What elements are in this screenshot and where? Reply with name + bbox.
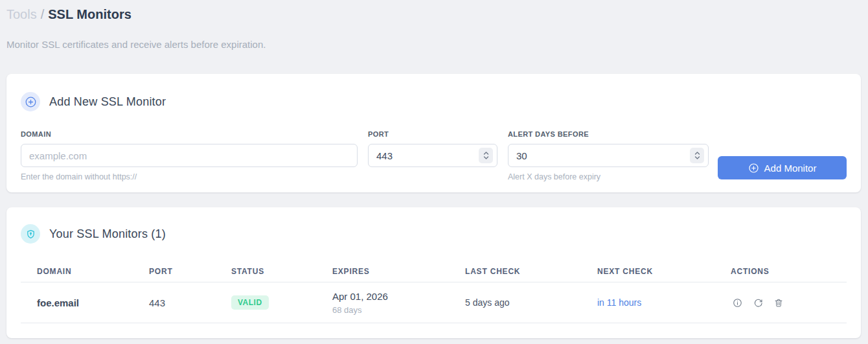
add-monitor-button-label: Add Monitor	[764, 163, 817, 174]
port-stepper[interactable]	[479, 148, 493, 163]
table-row: foe.email 443 VALID Apr 01, 2026 68 days…	[21, 282, 847, 323]
domain-field: DOMAIN Enter the domain without https://	[21, 130, 358, 182]
col-header-domain: DOMAIN	[37, 267, 149, 276]
col-header-last-check: LAST CHECK	[465, 267, 597, 276]
port-label: PORT	[368, 130, 497, 139]
breadcrumb-separator: /	[41, 7, 45, 21]
refresh-button[interactable]	[753, 298, 763, 308]
domain-input[interactable]	[21, 144, 358, 167]
col-header-actions: ACTIONS	[731, 267, 847, 276]
breadcrumb: Tools/SSL Monitors	[0, 0, 868, 23]
add-monitor-title: Add New SSL Monitor	[49, 95, 166, 109]
alert-days-label: ALERT DAYS BEFORE	[508, 130, 709, 139]
table-header-row: DOMAIN PORT STATUS EXPIRES LAST CHECK NE…	[21, 260, 847, 282]
info-button[interactable]	[733, 298, 742, 308]
col-header-status: STATUS	[231, 267, 332, 276]
monitors-title: Your SSL Monitors (1)	[49, 227, 166, 241]
col-header-next-check: NEXT CHECK	[597, 267, 731, 276]
monitors-card: Your SSL Monitors (1) DOMAIN PORT STATUS…	[6, 207, 861, 338]
monitor-domain: foe.email	[37, 297, 149, 308]
domain-label: DOMAIN	[21, 130, 358, 139]
row-actions	[731, 298, 847, 308]
monitor-port: 443	[149, 297, 231, 308]
page-title: SSL Monitors	[48, 7, 131, 21]
alert-days-stepper[interactable]	[690, 148, 704, 163]
domain-helper: Enter the domain without https://	[21, 172, 358, 182]
add-monitor-form: DOMAIN Enter the domain without https://…	[21, 130, 847, 182]
expires-cell: Apr 01, 2026 68 days	[332, 291, 465, 315]
last-check: 5 days ago	[465, 297, 597, 308]
page-subtitle: Monitor SSL certificates and receive ale…	[6, 39, 862, 51]
add-monitor-card: Add New SSL Monitor DOMAIN Enter the dom…	[6, 74, 861, 192]
ssl-monitors-page: Tools/SSL Monitors Monitor SSL certifica…	[0, 0, 868, 344]
add-monitor-card-header: Add New SSL Monitor	[21, 92, 847, 111]
trash-icon	[774, 298, 783, 308]
delete-button[interactable]	[774, 298, 783, 308]
refresh-icon	[753, 298, 763, 308]
status-cell: VALID	[231, 295, 332, 310]
expires-date: Apr 01, 2026	[332, 291, 465, 303]
expires-days-remaining: 68 days	[332, 305, 465, 315]
plus-circle-icon	[21, 92, 40, 111]
port-field: PORT	[368, 130, 497, 167]
monitors-table: DOMAIN PORT STATUS EXPIRES LAST CHECK NE…	[6, 260, 861, 323]
alert-days-input[interactable]	[508, 144, 709, 167]
port-input[interactable]	[368, 144, 497, 167]
monitors-card-header: Your SSL Monitors (1)	[6, 224, 861, 244]
col-header-port: PORT	[149, 267, 231, 276]
alert-days-field: ALERT DAYS BEFORE Alert X days before ex…	[508, 130, 709, 182]
breadcrumb-tools-link[interactable]: Tools	[6, 7, 37, 21]
shield-lock-icon	[21, 224, 40, 244]
plus-circle-icon	[748, 163, 759, 174]
status-badge: VALID	[231, 295, 269, 310]
alert-days-helper: Alert X days before expiry	[508, 172, 709, 182]
info-icon	[733, 298, 742, 308]
col-header-expires: EXPIRES	[332, 267, 465, 276]
next-check: in 11 hours	[597, 297, 731, 308]
add-monitor-button[interactable]: Add Monitor	[718, 156, 847, 179]
